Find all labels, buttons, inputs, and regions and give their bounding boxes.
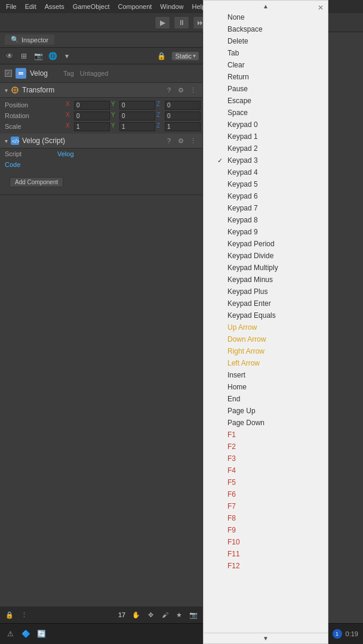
- star-tool-icon[interactable]: ★: [173, 609, 185, 621]
- menu-gameobject[interactable]: GameObject: [69, 2, 113, 11]
- dropdown-item[interactable]: Keypad 6: [204, 190, 328, 202]
- dropdown-item[interactable]: F5: [204, 476, 328, 488]
- rotation-x[interactable]: [74, 112, 110, 120]
- refresh-icon[interactable]: 🔄: [36, 628, 47, 639]
- scale-x[interactable]: [74, 122, 110, 131]
- script-help-icon[interactable]: ?: [164, 136, 174, 145]
- chevron-down-icon[interactable]: ▾: [61, 50, 73, 62]
- dropdown-close-button[interactable]: ✕: [316, 3, 325, 13]
- transform-more-icon[interactable]: ⋮: [188, 85, 198, 95]
- inspector-tab-label[interactable]: 🔍 Inspector: [5, 35, 54, 45]
- dropdown-item[interactable]: F8: [204, 512, 328, 524]
- layers-icon[interactable]: ⊞: [18, 50, 30, 62]
- script-settings-icon[interactable]: ⚙: [176, 136, 186, 145]
- dropdown-item[interactable]: F6: [204, 488, 328, 500]
- dropdown-item[interactable]: Down Arrow: [204, 333, 328, 345]
- scale-y[interactable]: [119, 122, 155, 131]
- dropdown-item[interactable]: None: [204, 11, 328, 23]
- warning-icon[interactable]: ⚠: [5, 628, 16, 639]
- add-component-button[interactable]: Add Component: [10, 177, 63, 187]
- dropdown-item[interactable]: Keypad 9: [204, 226, 328, 238]
- dropdown-item[interactable]: Home: [204, 381, 328, 393]
- lock-toolbar-icon[interactable]: 🔒: [155, 50, 167, 62]
- dropdown-item[interactable]: F9: [204, 524, 328, 536]
- position-x[interactable]: [74, 101, 110, 110]
- dropdown-item[interactable]: F7: [204, 500, 328, 512]
- dropdown-item[interactable]: Keypad 5: [204, 178, 328, 190]
- move-tool-icon[interactable]: ✥: [144, 609, 156, 621]
- dropdown-item[interactable]: Delete: [204, 35, 328, 47]
- dropdown-item[interactable]: Keypad Enter: [204, 298, 328, 309]
- dropdown-item[interactable]: Keypad Multiply: [204, 262, 328, 274]
- dropdown-item[interactable]: Left Arrow: [204, 357, 328, 369]
- menu-component[interactable]: Component: [114, 2, 155, 11]
- dropdown-item[interactable]: F10: [204, 536, 328, 548]
- lock-scene-icon[interactable]: 🔒: [4, 609, 16, 621]
- dropdown-item[interactable]: Up Arrow: [204, 321, 328, 333]
- dropdown-item[interactable]: Keypad 2: [204, 143, 328, 154]
- dropdown-item[interactable]: Pause: [204, 83, 328, 95]
- menu-edit[interactable]: Edit: [21, 2, 40, 11]
- position-y[interactable]: [119, 101, 155, 110]
- transform-settings-icon[interactable]: ⚙: [176, 85, 186, 95]
- dropdown-item[interactable]: Page Down: [204, 417, 328, 429]
- more-scene-icon[interactable]: ⋮: [18, 609, 30, 621]
- transform-help-icon[interactable]: ?: [164, 85, 174, 95]
- dropdown-item[interactable]: Right Arrow: [204, 345, 328, 357]
- dropdown-item[interactable]: Keypad 7: [204, 202, 328, 214]
- scale-z[interactable]: [165, 122, 201, 131]
- dropdown-item[interactable]: Keypad Minus: [204, 274, 328, 286]
- dropdown-item[interactable]: F4: [204, 465, 328, 476]
- bluetooth-icon[interactable]: 🔷: [20, 628, 31, 639]
- globe-icon[interactable]: 🌐: [47, 50, 59, 62]
- camera-tool-icon[interactable]: 📷: [187, 609, 199, 621]
- gameobject-active-checkbox[interactable]: ✓: [5, 70, 12, 77]
- dropdown-item[interactable]: F2: [204, 441, 328, 453]
- position-z[interactable]: [165, 101, 201, 110]
- dropdown-item[interactable]: Keypad Period: [204, 238, 328, 250]
- dropdown-item[interactable]: Page Up: [204, 405, 328, 417]
- dropdown-item[interactable]: Keypad 0: [204, 119, 328, 131]
- dropdown-item[interactable]: F12: [204, 560, 328, 572]
- camera-view-icon[interactable]: 📷: [32, 50, 44, 62]
- rotation-y[interactable]: [119, 112, 155, 120]
- dropdown-item[interactable]: F1: [204, 429, 328, 441]
- notification-icon[interactable]: 1: [333, 629, 342, 639]
- dropdown-item[interactable]: Keypad Plus: [204, 286, 328, 298]
- brush-tool-icon[interactable]: 🖌: [159, 609, 171, 621]
- dropdown-item[interactable]: ✓Keypad 3: [204, 154, 328, 166]
- hand-tool-icon[interactable]: ✋: [130, 609, 142, 621]
- dropdown-item[interactable]: Keypad 8: [204, 214, 328, 226]
- eye-icon[interactable]: 👁: [4, 50, 16, 62]
- dropdown-item[interactable]: F3: [204, 453, 328, 465]
- dropdown-item[interactable]: Keypad 4: [204, 166, 328, 178]
- dropdown-item[interactable]: Tab: [204, 47, 328, 59]
- rotation-z[interactable]: [165, 112, 201, 120]
- dropdown-scroll-down[interactable]: ▼: [204, 633, 328, 643]
- transform-title: Transform: [22, 86, 162, 94]
- dropdown-item[interactable]: Keypad Equals: [204, 309, 328, 321]
- static-dropdown-icon[interactable]: ▾: [193, 52, 196, 59]
- dropdown-items-list[interactable]: NoneBackspaceDeleteTabClearReturnPauseEs…: [204, 11, 328, 633]
- dropdown-item[interactable]: End: [204, 393, 328, 405]
- script-collapse-icon[interactable]: ▾: [5, 138, 8, 144]
- script-more-icon[interactable]: ⋮: [188, 136, 198, 145]
- dropdown-item[interactable]: Clear: [204, 59, 328, 71]
- dropdown-scroll-up[interactable]: ▲: [204, 1, 328, 11]
- dropdown-item[interactable]: F11: [204, 548, 328, 560]
- dropdown-item[interactable]: Escape: [204, 95, 328, 107]
- script-field-value[interactable]: Velog: [57, 150, 74, 157]
- dropdown-item[interactable]: Return: [204, 71, 328, 83]
- menu-window[interactable]: Window: [156, 2, 187, 11]
- dropdown-item[interactable]: Keypad 1: [204, 131, 328, 143]
- transform-properties: Position X Y Z Rotation X Y Z: [0, 98, 202, 134]
- transform-collapse-icon[interactable]: ▾: [5, 87, 8, 94]
- menu-file[interactable]: File: [2, 2, 20, 11]
- play-button[interactable]: ▶: [155, 16, 170, 29]
- dropdown-item[interactable]: Insert: [204, 369, 328, 381]
- dropdown-item[interactable]: Space: [204, 107, 328, 119]
- dropdown-item[interactable]: Backspace: [204, 23, 328, 35]
- dropdown-item[interactable]: Keypad Divide: [204, 250, 328, 262]
- menu-assets[interactable]: Assets: [41, 2, 68, 11]
- pause-button[interactable]: ⏸: [174, 16, 189, 29]
